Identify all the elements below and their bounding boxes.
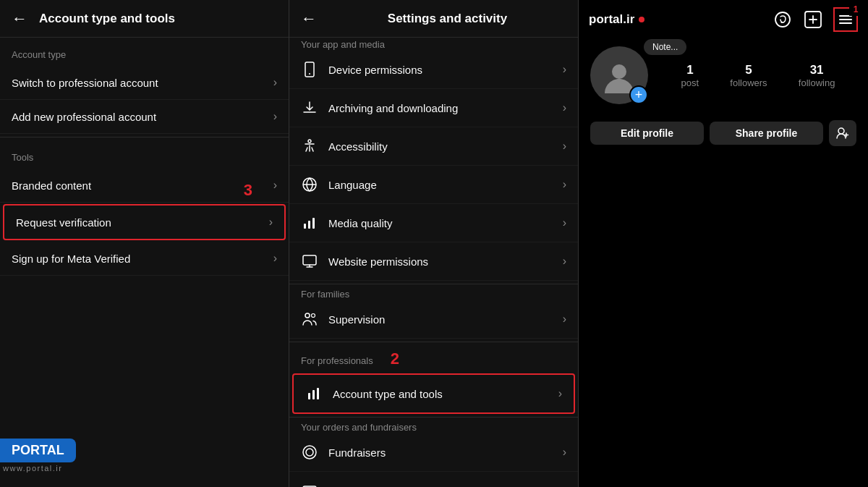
badge-2: 2 xyxy=(391,350,399,368)
panel1-header: ← Account type and tools xyxy=(0,0,289,38)
post-label: post xyxy=(681,77,699,88)
orders-fundraisers-label: Your orders and fundraisers xyxy=(289,412,428,439)
svg-point-1 xyxy=(309,73,310,75)
settings-item-account-type-tools[interactable]: Account type and tools › xyxy=(292,373,575,414)
supervision-label: Supervision xyxy=(328,313,385,326)
username-text: portal.ir xyxy=(589,12,634,27)
settings-item-left: Language xyxy=(301,176,377,193)
download-icon xyxy=(301,99,318,117)
language-label: Language xyxy=(328,179,377,191)
add-post-icon[interactable] xyxy=(803,9,823,30)
chevron-icon: › xyxy=(273,252,277,265)
stats-area: 1 post 5 followers 31 following xyxy=(660,63,856,88)
add-friend-button[interactable] xyxy=(829,120,856,146)
panel2-header: ← Settings and activity xyxy=(289,0,578,38)
threads-icon[interactable] xyxy=(773,9,793,30)
settings-item-media-quality[interactable]: Media quality › xyxy=(289,204,578,242)
svg-point-17 xyxy=(775,12,790,27)
share-profile-button[interactable]: Share profile xyxy=(710,122,823,145)
sidebar-item-switch-professional[interactable]: Switch to professional account › xyxy=(0,66,289,100)
settings-item-left: Orders and payments xyxy=(301,482,433,487)
request-verification-label: Request verification xyxy=(16,216,111,229)
svg-point-8 xyxy=(305,313,310,318)
panel2-back-button[interactable]: ← xyxy=(301,9,317,28)
avatar-wrapper: + xyxy=(590,46,648,104)
for-professionals-label: For professionals xyxy=(289,345,385,372)
portal-url: www.portal.ir xyxy=(0,464,76,473)
settings-item-orders-payments[interactable]: Orders and payments › xyxy=(289,472,578,487)
phone-icon xyxy=(301,61,318,78)
settings-item-website-permissions[interactable]: Website permissions › xyxy=(289,242,578,281)
chevron-icon: › xyxy=(563,178,566,191)
stat-followers[interactable]: 5 followers xyxy=(730,63,767,88)
media-quality-label: Media quality xyxy=(328,217,392,229)
settings-item-left: Device permissions xyxy=(301,61,422,78)
settings-item-language[interactable]: Language › xyxy=(289,166,578,204)
card-icon xyxy=(301,482,318,487)
sidebar-item-meta-verified[interactable]: Sign up for Meta Verified › xyxy=(0,242,289,276)
badge-3: 3 xyxy=(244,181,252,200)
account-type-section-label: Account type xyxy=(0,38,289,66)
svg-point-23 xyxy=(838,128,844,134)
chevron-icon: › xyxy=(563,101,566,114)
chevron-icon: › xyxy=(563,446,566,459)
svg-rect-5 xyxy=(308,221,310,229)
svg-rect-20 xyxy=(839,19,852,20)
divider xyxy=(0,137,289,137)
panel1-back-button[interactable]: ← xyxy=(12,9,27,28)
settings-item-device-permissions[interactable]: Device permissions › xyxy=(289,51,578,89)
following-label: following xyxy=(799,77,835,88)
monitor-icon xyxy=(301,253,318,270)
orders-payments-label: Orders and payments xyxy=(328,485,433,488)
panel1-title: Account type and tools xyxy=(39,12,175,26)
fundraisers-label: Fundraisers xyxy=(328,446,386,459)
profile-actions: Edit profile Share profile xyxy=(579,111,868,155)
svg-point-14 xyxy=(306,449,313,456)
settings-item-left: Fundraisers xyxy=(301,444,386,461)
divider xyxy=(289,342,578,342)
chevron-icon: › xyxy=(558,387,562,400)
panel3-header: portal.ir 1 xyxy=(579,0,868,39)
svg-rect-12 xyxy=(317,388,319,399)
chevron-icon: › xyxy=(563,484,566,487)
svg-point-2 xyxy=(308,140,311,143)
edit-profile-button[interactable]: Edit profile xyxy=(590,122,704,145)
stat-following[interactable]: 31 following xyxy=(799,63,835,88)
post-count: 1 xyxy=(686,63,693,77)
followers-count: 5 xyxy=(745,63,752,77)
profile-username: portal.ir xyxy=(589,12,644,27)
svg-point-9 xyxy=(312,314,315,318)
chevron-icon: › xyxy=(273,76,277,89)
panel-profile: portal.ir 1 xyxy=(579,0,868,487)
portal-badge-label: PORTAL xyxy=(0,439,76,462)
tools-section-label: Tools xyxy=(0,140,289,169)
device-permissions-label: Device permissions xyxy=(328,64,422,76)
chevron-icon: › xyxy=(563,140,566,153)
menu-icon-box[interactable]: 1 xyxy=(833,7,858,32)
panel-settings: ← Settings and activity Your app and med… xyxy=(289,0,579,487)
chevron-icon: › xyxy=(563,313,566,326)
people-icon xyxy=(301,310,318,328)
settings-item-archiving[interactable]: Archiving and downloading › xyxy=(289,89,578,127)
note-text: Note... xyxy=(652,42,678,52)
svg-rect-6 xyxy=(312,218,315,229)
settings-item-supervision[interactable]: Supervision › xyxy=(289,300,578,339)
settings-item-accessibility[interactable]: Accessibility › xyxy=(289,127,578,166)
fundraisers-icon xyxy=(301,444,318,461)
add-story-button[interactable]: + xyxy=(629,85,648,104)
settings-item-fundraisers[interactable]: Fundraisers › xyxy=(289,433,578,472)
svg-rect-4 xyxy=(304,224,306,229)
stat-posts: 1 post xyxy=(681,63,699,88)
accessibility-icon xyxy=(301,137,318,155)
add-professional-label: Add new professional account xyxy=(12,111,156,123)
sidebar-item-add-professional[interactable]: Add new professional account › xyxy=(0,100,289,134)
notification-badge: 1 xyxy=(849,3,862,16)
svg-point-22 xyxy=(612,64,626,79)
chevron-icon: › xyxy=(563,255,566,268)
sidebar-item-request-verification[interactable]: Request verification › xyxy=(3,204,286,240)
profile-avatar-area: + 1 post 5 followers 31 following xyxy=(579,39,868,111)
settings-content: Your app and media Device permissions › xyxy=(289,38,578,487)
settings-item-left: Account type and tools xyxy=(305,385,443,402)
following-count: 31 xyxy=(810,63,824,77)
archiving-label: Archiving and downloading xyxy=(328,102,458,114)
